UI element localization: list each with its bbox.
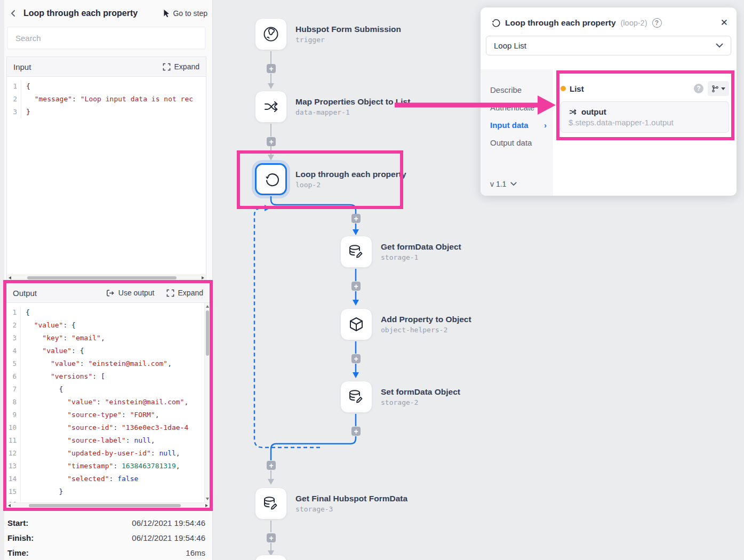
input-panel-title: Input bbox=[13, 62, 31, 71]
use-output-button[interactable]: Use output bbox=[106, 289, 155, 297]
storage-icon[interactable] bbox=[255, 487, 287, 519]
tab-input-data[interactable]: Input data › bbox=[481, 116, 553, 134]
chevron-down-icon bbox=[716, 43, 723, 48]
add-step-plus-icon[interactable]: + bbox=[351, 282, 361, 291]
node-title: Map Properties Object to List bbox=[295, 97, 410, 107]
tab-authenticate[interactable]: Authenticate bbox=[481, 99, 553, 116]
add-step-plus-icon[interactable]: + bbox=[351, 427, 361, 436]
output-vertical-scrollbar[interactable] bbox=[204, 303, 210, 502]
add-step-plus-icon[interactable]: + bbox=[351, 354, 361, 363]
jsonpath-value: $.steps.data-mapper-1.output bbox=[569, 118, 721, 127]
chevron-right-icon: › bbox=[544, 121, 547, 130]
node-subtitle: storage-2 bbox=[381, 398, 460, 406]
node-trigger[interactable]: Hubspot Form Submission trigger bbox=[255, 18, 431, 50]
search-input[interactable] bbox=[15, 34, 197, 43]
loop-icon bbox=[490, 18, 500, 28]
output-expand-button[interactable]: Expand bbox=[166, 289, 203, 297]
close-icon[interactable]: ✕ bbox=[721, 17, 728, 28]
node-storage-1[interactable]: Get formData Object storage-1 bbox=[340, 236, 516, 268]
panel-title: Loop through each property bbox=[505, 18, 616, 28]
field-mode-button[interactable] bbox=[708, 81, 729, 96]
add-step-plus-icon[interactable]: + bbox=[267, 533, 276, 542]
cube-icon[interactable] bbox=[340, 308, 372, 340]
node-subtitle: data-mapper-1 bbox=[295, 108, 410, 116]
globe-icon[interactable] bbox=[255, 18, 287, 50]
search-box[interactable] bbox=[7, 27, 205, 49]
add-step-plus-icon[interactable]: + bbox=[267, 461, 276, 470]
node-title: Get Final Hubspot FormData bbox=[295, 494, 407, 503]
cursor-icon bbox=[163, 9, 170, 18]
input-horizontal-scrollbar[interactable] bbox=[7, 275, 206, 280]
branch-icon bbox=[711, 85, 719, 93]
back-chevron-icon[interactable] bbox=[7, 7, 19, 19]
node-loop-2[interactable]: Loop through each property loop-2 bbox=[255, 163, 431, 195]
add-step-plus-icon[interactable]: + bbox=[351, 214, 361, 223]
node-partial[interactable] bbox=[255, 555, 431, 560]
node-subtitle: object-helpers-2 bbox=[381, 326, 471, 334]
duration-value: 16ms bbox=[186, 548, 205, 557]
panel-step-id: (loop-2) bbox=[621, 19, 647, 27]
input-panel: Input Expand 1{2 "message": "Loop input … bbox=[6, 57, 206, 280]
panel-menu: Describe Authenticate Input data › Outpu… bbox=[481, 69, 553, 196]
finish-timestamp: 06/12/2021 19:54:46 bbox=[132, 533, 205, 542]
page-title: Loop through each property bbox=[23, 9, 138, 18]
loop-icon[interactable] bbox=[255, 163, 287, 195]
input-code-editor[interactable]: 1{2 "message": "Loop input data is not r… bbox=[7, 77, 206, 275]
output-panel-title: Output bbox=[13, 289, 37, 298]
expand-icon bbox=[163, 63, 171, 71]
version-selector[interactable]: v 1.1 bbox=[490, 180, 517, 188]
node-title: Set formData Object bbox=[381, 387, 460, 397]
output-horizontal-scrollbar[interactable] bbox=[6, 502, 210, 508]
meta-row-start: Start: 06/12/2021 19:54:46 bbox=[7, 515, 205, 530]
tab-describe[interactable]: Describe bbox=[481, 81, 553, 99]
node-subtitle: storage-1 bbox=[381, 253, 461, 261]
node-storage-2[interactable]: Set formData Object storage-2 bbox=[340, 381, 516, 413]
caret-down-icon bbox=[721, 87, 725, 90]
input-expand-button[interactable]: Expand bbox=[163, 62, 199, 71]
node-title: Loop through each property bbox=[295, 170, 406, 179]
field-help-icon[interactable]: ? bbox=[694, 84, 703, 93]
node-subtitle: loop-2 bbox=[295, 181, 406, 189]
field-label: List bbox=[570, 84, 584, 93]
list-field-value[interactable]: output $.steps.data-mapper-1.output bbox=[561, 101, 729, 133]
use-output-icon bbox=[106, 289, 115, 297]
help-icon[interactable]: ? bbox=[652, 18, 662, 28]
output-highlight-box: Output Use output Expand bbox=[3, 280, 213, 511]
jsonpath-title: output bbox=[581, 107, 606, 116]
add-step-plus-icon[interactable]: + bbox=[267, 137, 276, 146]
add-step-plus-icon[interactable]: + bbox=[267, 64, 276, 73]
storage-icon[interactable] bbox=[340, 236, 372, 268]
pane-header: Loop through each property Go to step bbox=[7, 5, 207, 21]
execution-meta: Start: 06/12/2021 19:54:46 Finish: 06/12… bbox=[7, 515, 205, 560]
tab-output-data[interactable]: Output data bbox=[481, 134, 553, 151]
shuffle-icon bbox=[569, 108, 577, 116]
output-panel: Output Use output Expand bbox=[6, 283, 210, 508]
node-title: Get formData Object bbox=[381, 242, 461, 252]
step-properties-panel: Loop through each property (loop-2) ? ✕ … bbox=[481, 7, 737, 196]
node-title: Hubspot Form Submission bbox=[295, 25, 401, 34]
node-object-helpers-2[interactable]: Add Property to Object object-helpers-2 bbox=[340, 308, 516, 340]
chevron-down-icon bbox=[510, 182, 517, 186]
node-title: Add Property to Object bbox=[381, 315, 471, 324]
meta-row-time: Time: 16ms bbox=[7, 545, 205, 560]
node-storage-3[interactable]: Get Final Hubspot FormData storage-3 bbox=[255, 487, 431, 519]
storage-icon[interactable] bbox=[340, 381, 372, 413]
node-subtitle: storage-3 bbox=[295, 505, 407, 513]
output-code-editor[interactable]: 1{2 "value": {3 "key": "email",4 "value"… bbox=[6, 303, 210, 502]
debug-pane: Loop through each property Go to step In… bbox=[0, 0, 213, 560]
required-dot-icon bbox=[561, 86, 566, 91]
shuffle-icon[interactable] bbox=[255, 91, 287, 123]
go-to-step-button[interactable]: Go to step bbox=[163, 9, 207, 18]
meta-row-finish: Finish: 06/12/2021 19:54:46 bbox=[7, 530, 205, 545]
expand-icon bbox=[166, 289, 174, 297]
start-timestamp: 06/12/2021 19:54:46 bbox=[132, 518, 205, 527]
node-data-mapper-1[interactable]: Map Properties Object to List data-mappe… bbox=[255, 91, 431, 123]
operation-dropdown[interactable]: Loop List bbox=[486, 36, 731, 55]
node-subtitle: trigger bbox=[295, 36, 401, 44]
